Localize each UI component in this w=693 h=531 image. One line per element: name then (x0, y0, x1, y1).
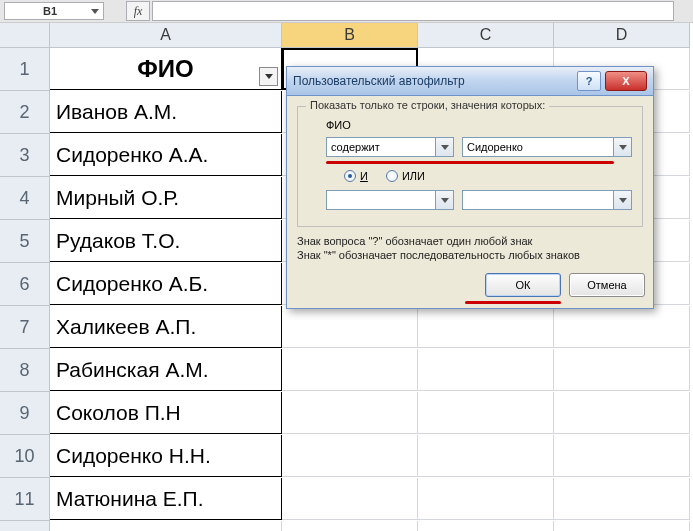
condition1-operator-combo[interactable]: содержит (326, 137, 454, 157)
row-header[interactable] (0, 521, 50, 531)
data-cell[interactable]: Мирный О.Р. (50, 177, 282, 219)
row-header[interactable]: 1 (0, 48, 50, 91)
empty-cell[interactable] (554, 435, 690, 477)
empty-cell[interactable] (282, 392, 418, 434)
close-icon: X (622, 75, 629, 87)
formula-bar-region: B1 fx (0, 0, 693, 23)
data-cell[interactable]: Сидоренко А.А. (50, 134, 282, 176)
row-header[interactable]: 5 (0, 220, 50, 263)
empty-cell[interactable] (554, 478, 690, 520)
empty-cell[interactable] (50, 521, 282, 531)
chevron-down-icon (435, 191, 453, 209)
row-header[interactable]: 6 (0, 263, 50, 306)
empty-cell[interactable] (418, 521, 554, 531)
data-cell[interactable]: Рабинская А.М. (50, 349, 282, 391)
radio-icon (386, 170, 398, 182)
empty-cell[interactable] (554, 392, 690, 434)
column-header[interactable]: C (418, 23, 554, 48)
row-header[interactable]: 9 (0, 392, 50, 435)
column-header[interactable]: A (50, 23, 282, 48)
chevron-down-icon (265, 74, 273, 79)
logic-or-option[interactable]: ИЛИ (386, 170, 425, 182)
help-button[interactable]: ? (577, 71, 601, 91)
empty-cell[interactable] (282, 521, 418, 531)
chevron-down-icon (91, 9, 99, 14)
chevron-down-icon (435, 138, 453, 156)
empty-cell[interactable] (554, 521, 690, 531)
close-button[interactable]: X (605, 71, 647, 91)
chevron-down-icon (613, 138, 631, 156)
name-box-ref: B1 (9, 5, 91, 17)
criteria-groupbox: Показать только те строки, значения кото… (297, 106, 643, 227)
empty-cell[interactable] (418, 392, 554, 434)
chevron-down-icon (613, 191, 631, 209)
empty-cell[interactable] (554, 349, 690, 391)
header-label: ФИО (137, 55, 193, 83)
data-cell[interactable]: Соколов П.Н (50, 392, 282, 434)
dialog-title: Пользовательский автофильтр (293, 74, 573, 88)
fx-region: fx (126, 1, 674, 21)
data-cell[interactable]: Халикеев А.П. (50, 306, 282, 348)
data-cell[interactable]: Сидоренко А.Б. (50, 263, 282, 305)
condition-row-1: содержит Сидоренко (326, 137, 632, 157)
condition1-operator-value: содержит (331, 141, 380, 153)
empty-cell[interactable] (418, 478, 554, 520)
formula-input[interactable] (152, 1, 674, 21)
logic-and-label: И (360, 170, 368, 182)
column-header[interactable]: D (554, 23, 690, 48)
row-header[interactable]: 7 (0, 306, 50, 349)
empty-cell[interactable] (418, 349, 554, 391)
logic-or-label: ИЛИ (402, 170, 425, 182)
highlight-underline (326, 161, 614, 164)
empty-cell[interactable] (554, 306, 690, 348)
group-legend: Показать только те строки, значения кото… (306, 99, 549, 111)
row-header[interactable]: 8 (0, 349, 50, 392)
logic-radio-row: И ИЛИ (344, 170, 632, 182)
row-header[interactable]: 4 (0, 177, 50, 220)
fx-button[interactable]: fx (126, 1, 150, 21)
row-header[interactable]: 3 (0, 134, 50, 177)
condition1-value: Сидоренко (467, 141, 523, 153)
condition-row-2 (326, 190, 632, 210)
empty-cell[interactable] (282, 349, 418, 391)
dialog-titlebar[interactable]: Пользовательский автофильтр ? X (287, 67, 653, 96)
custom-autofilter-dialog: Пользовательский автофильтр ? X Показать… (286, 66, 654, 309)
name-box[interactable]: B1 (4, 2, 104, 20)
dialog-button-row: ОК Отмена (287, 267, 653, 307)
dialog-body: Показать только те строки, значения кото… (287, 96, 653, 267)
data-cell[interactable]: Матюнина Е.П. (50, 478, 282, 520)
header-cell[interactable]: ФИО (50, 48, 282, 90)
condition2-operator-combo[interactable] (326, 190, 454, 210)
select-all-corner[interactable] (0, 23, 50, 48)
row-header[interactable]: 10 (0, 435, 50, 478)
row-header[interactable]: 11 (0, 478, 50, 521)
row-header[interactable]: 2 (0, 91, 50, 134)
empty-cell[interactable] (418, 435, 554, 477)
filter-dropdown-button[interactable] (259, 67, 278, 86)
empty-cell[interactable] (282, 306, 418, 348)
logic-and-option[interactable]: И (344, 170, 368, 182)
data-cell[interactable]: Рудаков Т.О. (50, 220, 282, 262)
condition2-value-combo[interactable] (462, 190, 632, 210)
column-header[interactable]: B (282, 23, 418, 48)
data-cell[interactable]: Сидоренко Н.Н. (50, 435, 282, 477)
empty-cell[interactable] (282, 435, 418, 477)
empty-cell[interactable] (418, 306, 554, 348)
radio-icon (344, 170, 356, 182)
ok-button[interactable]: ОК (485, 273, 561, 297)
condition1-value-combo[interactable]: Сидоренко (462, 137, 632, 157)
empty-cell[interactable] (282, 478, 418, 520)
cancel-button[interactable]: Отмена (569, 273, 645, 297)
hint-asterisk: Знак "*" обозначает последовательность л… (297, 249, 643, 261)
hint-question-mark: Знак вопроса "?" обозначает один любой з… (297, 235, 643, 247)
data-cell[interactable]: Иванов А.М. (50, 91, 282, 133)
field-label: ФИО (326, 119, 632, 131)
